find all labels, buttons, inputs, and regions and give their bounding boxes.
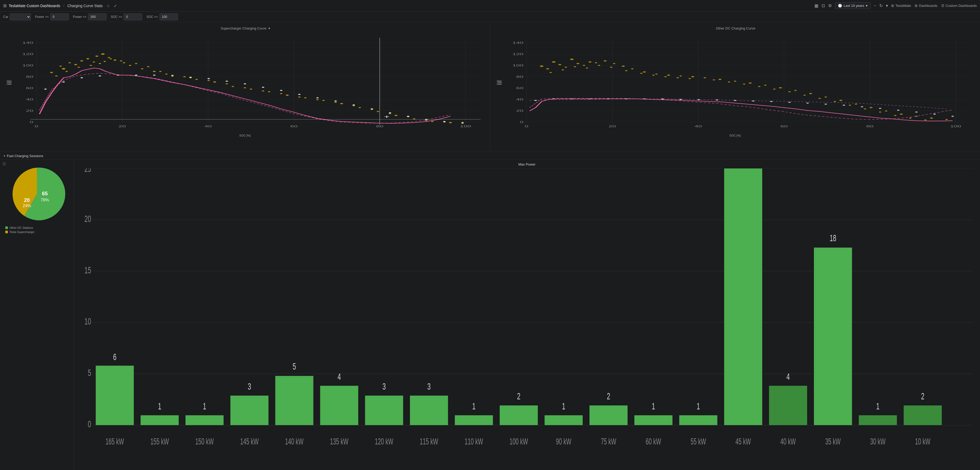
nav-dashboards-label: Dashboards xyxy=(919,4,937,8)
svg-text:90 kW: 90 kW xyxy=(556,437,571,446)
svg-point-166 xyxy=(691,76,694,78)
svg-text:3: 3 xyxy=(248,381,251,391)
svg-point-74 xyxy=(159,71,161,72)
refresh-icon[interactable]: ↻ xyxy=(879,3,883,8)
nav-teslamate[interactable]: ⊞ TeslaMate xyxy=(891,4,911,8)
svg-text:6: 6 xyxy=(113,352,116,362)
svg-text:40 kW: 40 kW xyxy=(780,437,796,446)
svg-point-224 xyxy=(770,101,773,102)
svg-point-234 xyxy=(951,116,954,117)
svg-point-231 xyxy=(897,110,899,111)
svg-rect-118 xyxy=(493,32,977,133)
svg-point-42 xyxy=(113,60,116,61)
supercharger-svg: 0 20 40 60 80 100 120 140 0 20 40 6 xyxy=(3,32,487,133)
more-options-icon[interactable]: ▾ xyxy=(886,3,888,8)
svg-text:40: 40 xyxy=(694,125,702,128)
svg-point-30 xyxy=(50,72,53,73)
svg-text:1: 1 xyxy=(562,401,565,411)
clock-icon: 🕐 xyxy=(838,4,842,8)
svg-text:18: 18 xyxy=(830,233,836,243)
svg-point-70 xyxy=(110,58,112,59)
chart1-x-label: SOC [%] xyxy=(3,134,487,137)
svg-rect-276 xyxy=(455,415,493,425)
svg-point-219 xyxy=(679,99,682,100)
power-lte-input[interactable] xyxy=(88,13,107,20)
svg-point-52 xyxy=(250,89,252,90)
pie-chart-panel: ⓘ 65 76% 20 24% xyxy=(0,160,74,470)
svg-point-111 xyxy=(407,116,409,117)
supercharger-chart-title[interactable]: Supercharger Charging Curve ▾ xyxy=(3,26,487,30)
svg-point-41 xyxy=(108,57,110,58)
svg-rect-288 xyxy=(634,415,672,425)
svg-point-78 xyxy=(226,83,228,84)
dashboard-icon[interactable]: ▦ xyxy=(815,3,818,8)
nav-custom-dashboards[interactable]: ☰ Custom Dashboards xyxy=(941,4,977,8)
soc-lte-filter: SOC <= xyxy=(146,13,178,20)
settings-icon[interactable]: ⚙ xyxy=(828,3,832,8)
svg-point-201 xyxy=(788,91,791,92)
svg-rect-252 xyxy=(96,365,134,425)
svg-text:20: 20 xyxy=(24,197,30,203)
power-lte-filter: Power <= xyxy=(73,13,107,20)
svg-text:5: 5 xyxy=(88,367,91,378)
fast-charging-header: ▾ Fast Charging Sessions xyxy=(0,151,980,160)
soc-gte-input[interactable] xyxy=(124,13,142,20)
svg-text:100 kW: 100 kW xyxy=(510,437,528,446)
svg-point-49 xyxy=(196,79,198,80)
zoom-out-icon[interactable]: − xyxy=(874,3,876,8)
svg-text:140: 140 xyxy=(512,41,523,44)
soc-lte-input[interactable] xyxy=(159,13,178,20)
top-bar-right: ▦ ⊡ ⚙ 🕐 Last 10 years ▾ − ↻ ▾ ⊞ TeslaMat… xyxy=(815,2,977,9)
power-gte-input[interactable] xyxy=(50,13,69,20)
svg-point-154 xyxy=(576,63,579,64)
svg-point-149 xyxy=(546,68,549,70)
svg-point-222 xyxy=(734,100,736,101)
svg-text:140 kW: 140 kW xyxy=(285,437,304,446)
svg-text:1: 1 xyxy=(158,401,161,411)
panel-icon[interactable]: ⊡ xyxy=(821,3,825,8)
svg-text:0: 0 xyxy=(30,121,33,124)
svg-point-194 xyxy=(676,77,679,78)
svg-point-168 xyxy=(719,79,721,80)
svg-text:60: 60 xyxy=(26,86,33,90)
car-select[interactable] xyxy=(10,13,31,20)
other-dc-title-text: Other DC Charging Curve xyxy=(716,26,756,30)
svg-text:76%: 76% xyxy=(40,198,49,202)
svg-point-43 xyxy=(123,62,125,63)
svg-point-98 xyxy=(171,75,173,76)
nav-dashboards-icon: ⊞ xyxy=(915,4,918,8)
svg-point-80 xyxy=(262,91,264,92)
svg-text:80: 80 xyxy=(26,75,33,78)
nav-dashboards[interactable]: ⊞ Dashboards xyxy=(915,4,937,8)
svg-point-204 xyxy=(834,101,836,102)
page-subtitle: Charging Curve Stats xyxy=(67,4,103,8)
power-lte-label: Power <= xyxy=(73,15,86,19)
share-icon[interactable]: ⤢ xyxy=(114,4,117,8)
svg-text:120 kW: 120 kW xyxy=(375,437,393,446)
other-dc-chart-area: 0 20 40 60 80 100 120 140 0 20 40 60 xyxy=(493,32,977,133)
svg-point-229 xyxy=(861,106,863,107)
other-dc-svg: 0 20 40 60 80 100 120 140 0 20 40 60 xyxy=(493,32,977,133)
favorite-icon[interactable]: ☆ xyxy=(107,4,110,8)
supercharger-title-text: Supercharger Charging Curve xyxy=(221,26,266,30)
svg-point-63 xyxy=(449,122,452,123)
info-icon: ⓘ xyxy=(3,162,6,166)
svg-rect-267 xyxy=(320,386,358,425)
svg-point-53 xyxy=(268,91,270,92)
svg-point-97 xyxy=(153,75,156,76)
svg-text:5: 5 xyxy=(293,361,296,372)
app-title: TeslaMate Custom Dashboards xyxy=(9,4,60,8)
soc-lte-label: SOC <= xyxy=(146,15,158,19)
svg-point-197 xyxy=(728,81,730,83)
svg-point-171 xyxy=(764,85,767,86)
svg-text:100: 100 xyxy=(950,125,961,128)
svg-point-35 xyxy=(80,60,83,62)
svg-text:20: 20 xyxy=(516,109,523,112)
svg-point-228 xyxy=(843,105,845,106)
time-range-selector[interactable]: 🕐 Last 10 years ▾ xyxy=(835,2,870,9)
svg-text:+: + xyxy=(384,114,390,119)
title-separator: / xyxy=(63,4,64,8)
other-dc-chart-title: Other DC Charging Curve xyxy=(493,26,977,30)
svg-point-66 xyxy=(65,71,68,72)
svg-text:24%: 24% xyxy=(22,203,31,208)
